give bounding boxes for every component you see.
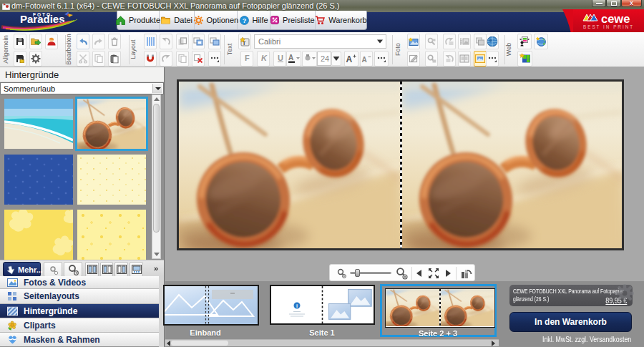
svg-text:i: i: [296, 303, 298, 308]
svg-text:Paradies: Paradies: [20, 13, 65, 25]
svg-text:A: A: [288, 54, 293, 62]
svg-text:A: A: [346, 54, 353, 64]
svg-text:BEST IN PRINT: BEST IN PRINT: [583, 24, 634, 29]
svg-text:?: ?: [242, 16, 246, 24]
svg-text:A: A: [362, 56, 367, 64]
svg-text:cewe: cewe: [601, 12, 630, 25]
